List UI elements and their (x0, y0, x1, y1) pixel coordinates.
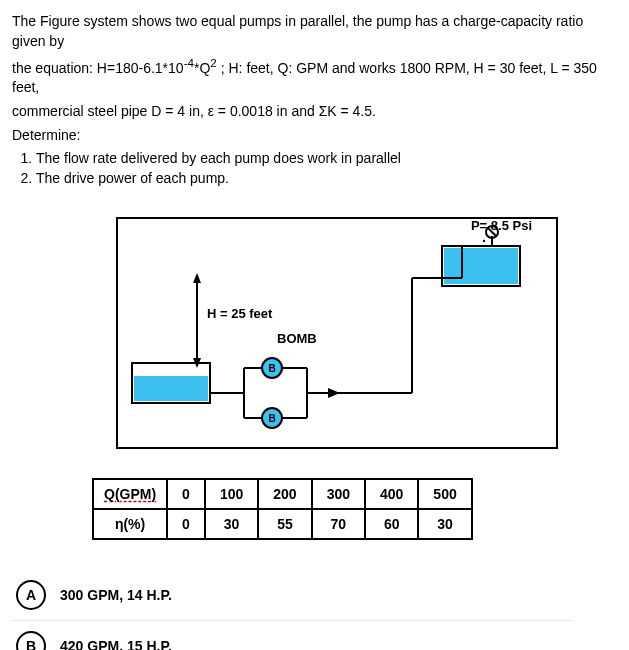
option-text-b: 420 GPM, 15 H.P. (60, 638, 172, 650)
table-cell: 0 (167, 479, 205, 509)
h-label: H = 25 feet (207, 306, 273, 321)
option-a[interactable]: A 300 GPM, 14 H.P. (12, 570, 572, 621)
table-cell: 500 (418, 479, 471, 509)
system-figure: P= 8.5 Psi . H = 25 feet BOMB B B (92, 208, 562, 458)
option-text-a: 300 GPM, 14 H.P. (60, 587, 172, 603)
efficiency-table: Q(GPM) 0 100 200 300 400 500 η(%) 0 30 5… (92, 478, 617, 540)
table-cell: 60 (365, 509, 418, 539)
pump-b-top: B (268, 363, 275, 374)
table-cell: 0 (167, 509, 205, 539)
problem-list: The flow rate delivered by each pump doe… (12, 149, 617, 188)
problem-item-2: The drive power of each pump. (36, 169, 617, 189)
problem-line-3: commercial steel pipe D = 4 in, ε = 0.00… (12, 102, 617, 122)
table-cell: 100 (205, 479, 258, 509)
eq-part1: the equation: H=180-6.1*10 (12, 60, 184, 76)
table-cell: 200 (258, 479, 311, 509)
option-b[interactable]: B 420 GPM, 15 H.P. (12, 621, 572, 650)
svg-text:.: . (482, 229, 486, 245)
table-cell: 55 (258, 509, 311, 539)
table-cell: 30 (205, 509, 258, 539)
table-row: η(%) 0 30 55 70 60 30 (93, 509, 472, 539)
bomb-label: BOMB (277, 331, 317, 346)
option-letter-b: B (16, 631, 46, 650)
eq-sup1: -4 (184, 56, 194, 69)
svg-marker-10 (193, 273, 201, 283)
problem-line-4: Determine: (12, 126, 617, 146)
pump-b-bottom: B (268, 413, 275, 424)
table-cell: 70 (312, 509, 365, 539)
eq-part2: *Q (194, 60, 210, 76)
figure-svg: P= 8.5 Psi . H = 25 feet BOMB B B (92, 208, 562, 458)
problem-line-2: the equation: H=180-6.1*10-4*Q2 ; H: fee… (12, 55, 617, 98)
table-cell: 400 (365, 479, 418, 509)
table-cell: 30 (418, 509, 471, 539)
problem-item-1: The flow rate delivered by each pump doe… (36, 149, 617, 169)
problem-line-1: The Figure system shows two equal pumps … (12, 12, 617, 51)
q-row-label: Q(GPM) (93, 479, 167, 509)
eta-row-label: η(%) (93, 509, 167, 539)
option-letter-a: A (16, 580, 46, 610)
answer-options: A 300 GPM, 14 H.P. B 420 GPM, 15 H.P. C … (12, 570, 572, 650)
table-cell: 300 (312, 479, 365, 509)
svg-rect-2 (134, 376, 208, 401)
table-row: Q(GPM) 0 100 200 300 400 500 (93, 479, 472, 509)
p-label: P= 8.5 Psi (471, 218, 532, 233)
